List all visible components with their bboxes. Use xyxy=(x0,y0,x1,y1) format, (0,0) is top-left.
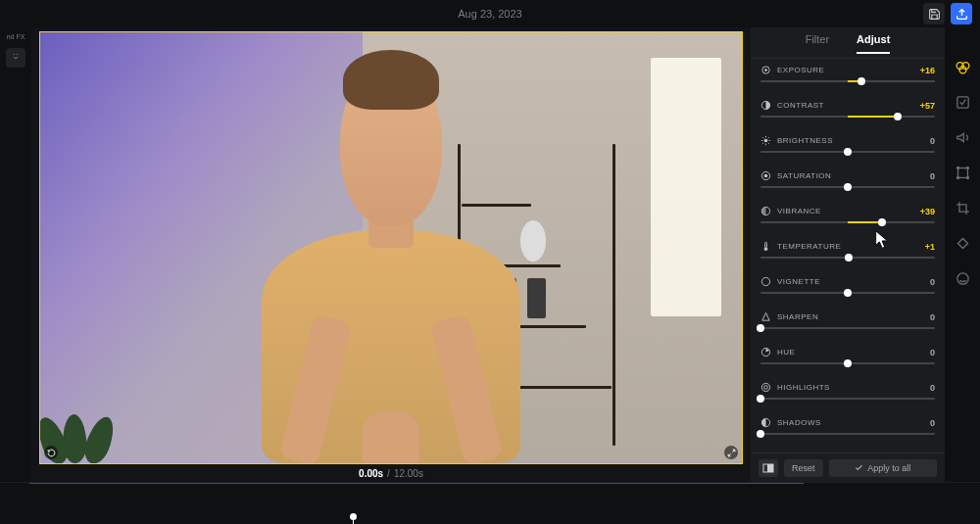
svg-point-36 xyxy=(966,176,968,178)
transform-icon[interactable] xyxy=(953,163,972,182)
slider-track[interactable] xyxy=(760,80,935,82)
slider-value: 0 xyxy=(930,348,935,357)
slider-value: +57 xyxy=(920,101,935,111)
highlights-icon xyxy=(760,382,771,393)
svg-rect-26 xyxy=(763,464,768,472)
timeline-strip[interactable] xyxy=(0,482,980,509)
slider-value: +39 xyxy=(920,207,935,216)
slider-value: 0 xyxy=(930,383,935,393)
svg-line-13 xyxy=(762,143,763,144)
slider-hue[interactable]: HUE 0 xyxy=(760,347,935,372)
svg-line-12 xyxy=(768,143,769,144)
exposure-icon xyxy=(760,65,771,75)
save-button[interactable] xyxy=(923,3,945,24)
compare-toggle[interactable] xyxy=(759,459,778,477)
svg-rect-31 xyxy=(956,96,967,107)
slider-label: SATURATION xyxy=(777,171,831,180)
effects-icon[interactable] xyxy=(953,92,972,112)
svg-line-11 xyxy=(762,137,763,138)
color-wheels-icon[interactable] xyxy=(953,57,972,76)
slider-label: HIGHLIGHTS xyxy=(777,383,830,392)
slider-vignette[interactable]: VIGNETTE 0 xyxy=(760,276,935,302)
slider-track[interactable] xyxy=(760,398,935,400)
svg-point-35 xyxy=(956,176,958,178)
slider-label: SHARPEN xyxy=(777,312,818,321)
time-total: 12.00s xyxy=(394,468,423,479)
slider-list: EXPOSURE +16 CONTRAST +57 BRIGHTNESS 0 S… xyxy=(751,59,945,453)
svg-point-33 xyxy=(956,167,958,168)
svg-rect-27 xyxy=(769,464,774,472)
playhead[interactable] xyxy=(353,517,354,524)
slider-label: EXPOSURE xyxy=(777,66,824,74)
slider-temperature[interactable]: TEMPERATURE +1 xyxy=(760,241,935,266)
shadows-icon xyxy=(760,417,771,428)
slider-sharpen[interactable]: SHARPEN 0 xyxy=(760,311,935,337)
slider-track[interactable] xyxy=(760,186,935,188)
slider-vibrance[interactable]: VIBRANCE +39 xyxy=(760,206,935,231)
viewport-fullscreen-icon[interactable] xyxy=(724,446,738,459)
svg-point-20 xyxy=(761,277,769,285)
slider-shadows[interactable]: SHADOWS 0 xyxy=(760,417,935,443)
keyframe-icon[interactable] xyxy=(953,233,972,253)
apply-to-all-button[interactable]: Apply to all xyxy=(829,459,937,477)
slider-track[interactable] xyxy=(760,151,935,153)
svg-point-34 xyxy=(966,167,968,168)
slider-highlights[interactable]: HIGHLIGHTS 0 xyxy=(760,382,935,407)
slider-value: 0 xyxy=(930,418,935,428)
svg-rect-18 xyxy=(765,242,767,248)
slider-label: HUE xyxy=(777,348,795,357)
export-button[interactable] xyxy=(951,3,972,24)
contrast-icon xyxy=(760,100,771,111)
project-date: Aug 23, 2023 xyxy=(458,8,521,20)
slider-contrast[interactable]: CONTRAST +57 xyxy=(760,100,935,125)
sound-fx-label: nd FX xyxy=(7,33,25,40)
slider-label: TEMPERATURE xyxy=(777,242,841,251)
vignette-icon xyxy=(760,276,771,287)
slider-value: +16 xyxy=(920,66,935,75)
slider-exposure[interactable]: EXPOSURE +16 xyxy=(760,65,935,90)
slider-track[interactable] xyxy=(760,257,935,259)
preview-viewport[interactable] xyxy=(39,31,743,464)
panel-footer: Reset Apply to all xyxy=(751,453,945,482)
slider-value: +1 xyxy=(925,242,935,252)
tab-filter[interactable]: Filter xyxy=(806,33,829,53)
slider-track[interactable] xyxy=(760,221,935,223)
slider-label: BRIGHTNESS xyxy=(777,136,833,145)
gutter-dropdown[interactable] xyxy=(6,48,25,68)
canvas-area: 0.00s / 12.00s xyxy=(31,27,751,482)
slider-track[interactable] xyxy=(760,362,935,364)
hue-icon xyxy=(760,347,771,357)
slider-brightness[interactable]: BRIGHTNESS 0 xyxy=(760,135,935,161)
slider-track[interactable] xyxy=(760,292,935,294)
left-gutter: nd FX xyxy=(0,27,31,482)
audio-icon[interactable] xyxy=(953,127,972,147)
slider-label: SHADOWS xyxy=(777,418,821,427)
svg-point-23 xyxy=(761,383,769,391)
video-frame xyxy=(40,32,742,463)
svg-point-16 xyxy=(764,174,768,178)
crop-icon[interactable] xyxy=(953,198,972,217)
svg-point-6 xyxy=(764,139,768,143)
time-current: 0.00s xyxy=(359,468,383,479)
slider-track[interactable] xyxy=(760,433,935,435)
slider-track[interactable] xyxy=(760,116,935,118)
slider-track[interactable] xyxy=(760,327,935,329)
brightness-icon xyxy=(760,135,771,146)
reset-button[interactable]: Reset xyxy=(784,459,823,477)
tool-rail xyxy=(945,27,980,482)
svg-rect-37 xyxy=(957,238,967,248)
slider-value: 0 xyxy=(930,136,935,146)
mask-icon[interactable] xyxy=(953,268,972,288)
svg-point-24 xyxy=(764,386,768,390)
slider-label: CONTRAST xyxy=(777,101,824,110)
slider-label: VIBRANCE xyxy=(777,207,821,215)
transport-bar: ♪ − + xyxy=(0,509,980,524)
svg-point-19 xyxy=(764,247,768,251)
viewport-reset-icon[interactable] xyxy=(44,446,58,459)
tab-adjust[interactable]: Adjust xyxy=(857,33,890,53)
slider-saturation[interactable]: SATURATION 0 xyxy=(760,170,935,196)
temperature-icon xyxy=(760,241,771,252)
svg-point-4 xyxy=(764,69,767,71)
slider-label: VIGNETTE xyxy=(777,277,820,286)
svg-marker-21 xyxy=(762,312,769,320)
